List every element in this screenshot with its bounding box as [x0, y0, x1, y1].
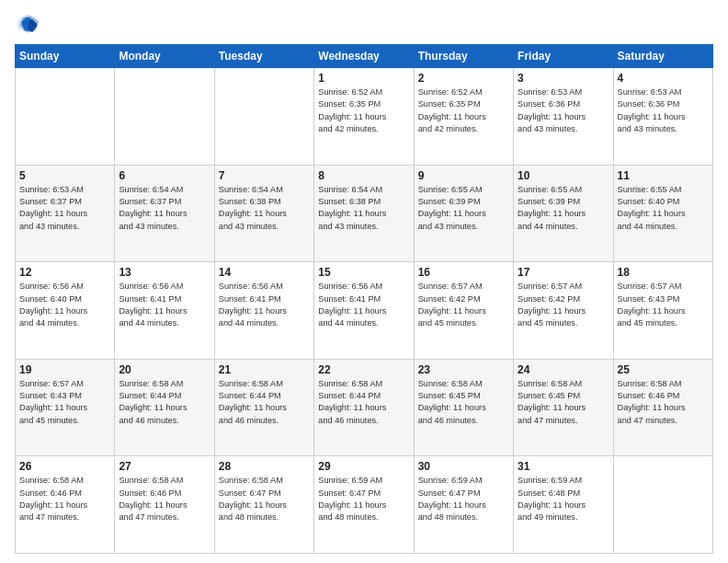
- day-info: Sunrise: 6:53 AM Sunset: 6:36 PM Dayligh…: [618, 86, 709, 135]
- logo: [15, 11, 44, 37]
- calendar-cell: 8Sunrise: 6:54 AM Sunset: 6:38 PM Daylig…: [314, 165, 414, 262]
- page: SundayMondayTuesdayWednesdayThursdayFrid…: [0, 0, 728, 563]
- calendar-cell: 23Sunrise: 6:58 AM Sunset: 6:45 PM Dayli…: [414, 359, 513, 456]
- day-number: 5: [19, 169, 110, 182]
- calendar-cell: [214, 68, 313, 166]
- day-number: 3: [518, 72, 609, 85]
- day-info: Sunrise: 6:57 AM Sunset: 6:42 PM Dayligh…: [518, 281, 609, 329]
- day-number: 24: [518, 363, 609, 376]
- day-number: 1: [318, 72, 409, 85]
- day-number: 25: [618, 363, 709, 376]
- calendar-cell: 30Sunrise: 6:59 AM Sunset: 6:47 PM Dayli…: [414, 456, 513, 554]
- calendar-cell: 4Sunrise: 6:53 AM Sunset: 6:36 PM Daylig…: [613, 68, 712, 166]
- weekday-header-tuesday: Tuesday: [214, 45, 313, 68]
- day-number: 14: [219, 266, 310, 279]
- day-info: Sunrise: 6:58 AM Sunset: 6:46 PM Dayligh…: [618, 378, 709, 427]
- day-number: 27: [119, 460, 210, 473]
- calendar-cell: 24Sunrise: 6:58 AM Sunset: 6:45 PM Dayli…: [514, 359, 613, 456]
- day-info: Sunrise: 6:57 AM Sunset: 6:43 PM Dayligh…: [618, 281, 709, 329]
- day-number: 9: [418, 169, 509, 182]
- day-number: 11: [618, 169, 709, 182]
- day-number: 30: [418, 460, 509, 473]
- calendar-cell: 2Sunrise: 6:52 AM Sunset: 6:35 PM Daylig…: [414, 68, 513, 166]
- day-number: 4: [618, 72, 709, 85]
- day-number: 29: [318, 460, 409, 473]
- day-number: 15: [318, 266, 409, 279]
- calendar-cell: 20Sunrise: 6:58 AM Sunset: 6:44 PM Dayli…: [115, 359, 214, 456]
- day-number: 20: [119, 363, 210, 376]
- week-row-4: 19Sunrise: 6:57 AM Sunset: 6:43 PM Dayli…: [16, 359, 713, 456]
- calendar-cell: 14Sunrise: 6:56 AM Sunset: 6:41 PM Dayli…: [214, 262, 313, 360]
- day-number: 12: [19, 266, 110, 279]
- day-number: 17: [518, 266, 609, 279]
- day-info: Sunrise: 6:57 AM Sunset: 6:43 PM Dayligh…: [19, 378, 110, 427]
- day-info: Sunrise: 6:52 AM Sunset: 6:35 PM Dayligh…: [318, 86, 409, 135]
- calendar-cell: [613, 456, 712, 554]
- week-row-2: 5Sunrise: 6:53 AM Sunset: 6:37 PM Daylig…: [16, 165, 713, 262]
- calendar-cell: 5Sunrise: 6:53 AM Sunset: 6:37 PM Daylig…: [16, 165, 115, 262]
- day-info: Sunrise: 6:58 AM Sunset: 6:45 PM Dayligh…: [518, 378, 609, 427]
- day-info: Sunrise: 6:54 AM Sunset: 6:37 PM Dayligh…: [119, 184, 210, 233]
- day-info: Sunrise: 6:56 AM Sunset: 6:40 PM Dayligh…: [19, 281, 110, 329]
- day-number: 21: [219, 363, 310, 376]
- week-row-5: 26Sunrise: 6:58 AM Sunset: 6:46 PM Dayli…: [16, 456, 713, 554]
- day-info: Sunrise: 6:55 AM Sunset: 6:39 PM Dayligh…: [518, 184, 609, 233]
- day-info: Sunrise: 6:58 AM Sunset: 6:44 PM Dayligh…: [318, 378, 409, 427]
- day-info: Sunrise: 6:58 AM Sunset: 6:44 PM Dayligh…: [219, 378, 310, 427]
- calendar-cell: 11Sunrise: 6:55 AM Sunset: 6:40 PM Dayli…: [613, 165, 712, 262]
- calendar-cell: 6Sunrise: 6:54 AM Sunset: 6:37 PM Daylig…: [115, 165, 214, 262]
- day-number: 10: [518, 169, 609, 182]
- day-info: Sunrise: 6:55 AM Sunset: 6:39 PM Dayligh…: [418, 184, 509, 233]
- day-number: 19: [19, 363, 110, 376]
- calendar-cell: [16, 68, 115, 166]
- calendar-cell: [115, 68, 214, 166]
- day-info: Sunrise: 6:53 AM Sunset: 6:37 PM Dayligh…: [19, 184, 110, 233]
- calendar-cell: 17Sunrise: 6:57 AM Sunset: 6:42 PM Dayli…: [514, 262, 613, 360]
- weekday-header-sunday: Sunday: [16, 45, 115, 68]
- calendar-cell: 25Sunrise: 6:58 AM Sunset: 6:46 PM Dayli…: [613, 359, 712, 456]
- calendar-table: SundayMondayTuesdayWednesdayThursdayFrid…: [15, 44, 713, 554]
- calendar-cell: 22Sunrise: 6:58 AM Sunset: 6:44 PM Dayli…: [314, 359, 414, 456]
- calendar-cell: 13Sunrise: 6:56 AM Sunset: 6:41 PM Dayli…: [115, 262, 214, 360]
- day-info: Sunrise: 6:59 AM Sunset: 6:47 PM Dayligh…: [318, 475, 409, 523]
- day-number: 16: [418, 266, 509, 279]
- day-info: Sunrise: 6:58 AM Sunset: 6:46 PM Dayligh…: [19, 475, 110, 523]
- weekday-header-thursday: Thursday: [414, 45, 513, 68]
- header: [15, 11, 713, 37]
- day-number: 26: [19, 460, 110, 473]
- weekday-header-wednesday: Wednesday: [314, 45, 414, 68]
- calendar-cell: 29Sunrise: 6:59 AM Sunset: 6:47 PM Dayli…: [314, 456, 414, 554]
- calendar-cell: 10Sunrise: 6:55 AM Sunset: 6:39 PM Dayli…: [514, 165, 613, 262]
- day-info: Sunrise: 6:54 AM Sunset: 6:38 PM Dayligh…: [219, 184, 310, 233]
- day-info: Sunrise: 6:58 AM Sunset: 6:47 PM Dayligh…: [219, 475, 310, 523]
- weekday-header-row: SundayMondayTuesdayWednesdayThursdayFrid…: [16, 45, 713, 68]
- day-info: Sunrise: 6:56 AM Sunset: 6:41 PM Dayligh…: [318, 281, 409, 329]
- day-number: 23: [418, 363, 509, 376]
- day-number: 13: [119, 266, 210, 279]
- calendar-cell: 27Sunrise: 6:58 AM Sunset: 6:46 PM Dayli…: [115, 456, 214, 554]
- calendar-cell: 12Sunrise: 6:56 AM Sunset: 6:40 PM Dayli…: [16, 262, 115, 360]
- day-number: 31: [518, 460, 609, 473]
- day-info: Sunrise: 6:54 AM Sunset: 6:38 PM Dayligh…: [318, 184, 409, 233]
- weekday-header-friday: Friday: [514, 45, 613, 68]
- day-info: Sunrise: 6:56 AM Sunset: 6:41 PM Dayligh…: [219, 281, 310, 329]
- day-number: 7: [219, 169, 310, 182]
- calendar-cell: 16Sunrise: 6:57 AM Sunset: 6:42 PM Dayli…: [414, 262, 513, 360]
- calendar-cell: 28Sunrise: 6:58 AM Sunset: 6:47 PM Dayli…: [214, 456, 313, 554]
- logo-icon: [15, 11, 40, 37]
- calendar-cell: 15Sunrise: 6:56 AM Sunset: 6:41 PM Dayli…: [314, 262, 414, 360]
- week-row-3: 12Sunrise: 6:56 AM Sunset: 6:40 PM Dayli…: [16, 262, 713, 360]
- day-number: 2: [418, 72, 509, 85]
- week-row-1: 1Sunrise: 6:52 AM Sunset: 6:35 PM Daylig…: [16, 68, 713, 166]
- day-number: 8: [318, 169, 409, 182]
- day-number: 18: [618, 266, 709, 279]
- day-number: 22: [318, 363, 409, 376]
- day-info: Sunrise: 6:55 AM Sunset: 6:40 PM Dayligh…: [618, 184, 709, 233]
- calendar-cell: 18Sunrise: 6:57 AM Sunset: 6:43 PM Dayli…: [613, 262, 712, 360]
- weekday-header-saturday: Saturday: [613, 45, 712, 68]
- day-info: Sunrise: 6:59 AM Sunset: 6:47 PM Dayligh…: [418, 475, 509, 523]
- calendar-cell: 9Sunrise: 6:55 AM Sunset: 6:39 PM Daylig…: [414, 165, 513, 262]
- day-info: Sunrise: 6:53 AM Sunset: 6:36 PM Dayligh…: [518, 86, 609, 135]
- day-info: Sunrise: 6:59 AM Sunset: 6:48 PM Dayligh…: [518, 475, 609, 523]
- day-number: 6: [119, 169, 210, 182]
